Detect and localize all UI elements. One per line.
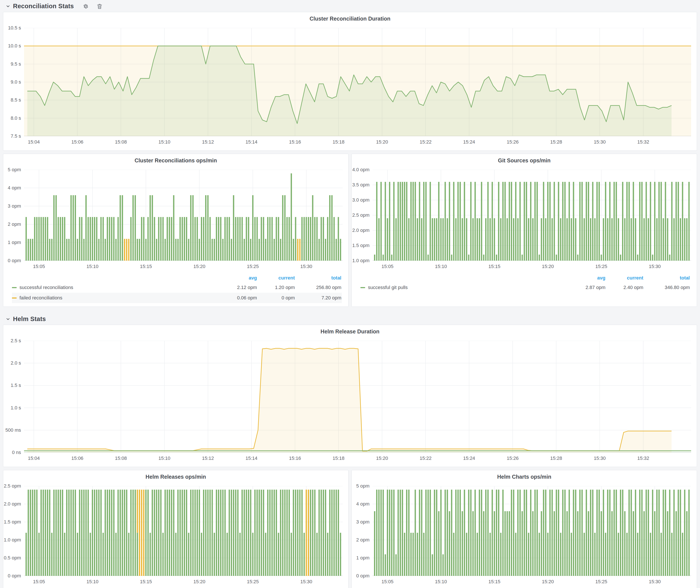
- legend-value-total: 7.20 opm: [295, 295, 342, 301]
- x-axis-label: 15:26: [501, 456, 524, 461]
- chart-canvas[interactable]: [24, 341, 691, 452]
- x-axis-label: 15:05: [376, 579, 399, 585]
- x-axis-label: 15:10: [81, 579, 104, 585]
- chart-canvas[interactable]: [24, 28, 691, 136]
- x-axis-label: 15:10: [153, 456, 176, 461]
- x-axis-label: 15:18: [327, 139, 350, 145]
- x-axis-label: 15:15: [134, 579, 158, 585]
- panel-title-cluster-reconciliation-duration[interactable]: Cluster Reconciliation Duration: [3, 12, 697, 24]
- legend-cluster-reconciliations: avgcurrenttotalsuccessful reconciliation…: [3, 272, 348, 304]
- bars-layer: [26, 490, 341, 576]
- y-axis-label: 1 opm: [3, 240, 21, 245]
- x-axis-label: 15:24: [457, 456, 481, 461]
- panel-title-helm-charts-opm[interactable]: Helm Charts ops/min: [352, 470, 697, 482]
- x-axis-label: 15:20: [370, 456, 394, 461]
- x-axis-label: 15:25: [241, 264, 265, 269]
- legend-sort-total[interactable]: total: [644, 275, 690, 281]
- legend-sort-avg[interactable]: avg: [568, 275, 606, 281]
- chart-cluster-reconciliations-opm[interactable]: 5 opm4 opm3 opm2 opm1 opm0 opm15:0515:10…: [3, 170, 343, 272]
- x-axis-label: 15:18: [327, 456, 350, 461]
- legend-value-avg: 2.87 opm: [568, 285, 606, 290]
- x-axis-label: 15:16: [283, 139, 307, 145]
- legend-series-label[interactable]: successful git pulls: [360, 285, 568, 290]
- chart-helm-release-duration[interactable]: 2.5 s2.0 s1.5 s1.0 s500 ms0 ns15:0415:06…: [3, 341, 691, 464]
- x-axis-label: 15:12: [196, 456, 220, 461]
- bars-layer: [374, 182, 690, 261]
- chart-helm-charts-opm[interactable]: 5 opm4 opm3 opm2 opm1 opm0 opm15:0515:10…: [352, 486, 691, 587]
- x-axis-label: 15:32: [631, 139, 655, 145]
- panel-title-git-sources-opm[interactable]: Git Sources ops/min: [352, 154, 697, 166]
- x-axis-label: 15:10: [81, 264, 104, 269]
- x-axis-label: 15:22: [414, 139, 437, 145]
- legend-sort-current[interactable]: current: [606, 275, 644, 281]
- y-axis-label: 2.0 s: [3, 360, 21, 366]
- legend-sort-avg[interactable]: avg: [219, 275, 257, 281]
- y-axis-label: 0 opm: [3, 258, 21, 263]
- panel-helm-release-duration: Helm Release Duration 2.5 s2.0 s1.5 s1.0…: [3, 325, 697, 467]
- x-axis-label: 15:28: [544, 456, 568, 461]
- x-axis-label: 15:20: [370, 139, 394, 145]
- trash-icon[interactable]: [96, 3, 103, 10]
- x-axis-label: 15:10: [153, 139, 176, 145]
- y-axis-label: 8.0 s: [3, 115, 21, 121]
- y-axis-label: 4.0 opm: [352, 167, 369, 173]
- gear-icon[interactable]: [82, 3, 89, 10]
- legend-value-avg: 2.12 opm: [219, 285, 257, 290]
- y-axis-label: 0 opm: [3, 573, 21, 579]
- legend-value-current: 2.40 opm: [606, 285, 644, 290]
- y-axis-label: 4 opm: [352, 501, 369, 507]
- section-header-helm-stats[interactable]: Helm Stats: [3, 313, 697, 325]
- y-axis-label: 8.5 s: [3, 97, 21, 103]
- chart-canvas[interactable]: [373, 170, 691, 261]
- x-axis-label: 15:06: [65, 456, 89, 461]
- x-axis-label: 15:04: [22, 456, 46, 461]
- panel-title-helm-release-duration[interactable]: Helm Release Duration: [3, 325, 697, 337]
- y-axis-label: 1.0 opm: [352, 258, 369, 263]
- chevron-down-icon: [6, 317, 10, 321]
- x-axis-label: 15:08: [109, 456, 133, 461]
- y-axis-label: 1.5 opm: [352, 243, 369, 248]
- y-axis-label: 4 opm: [3, 185, 21, 191]
- y-axis-label: 2 opm: [352, 537, 369, 543]
- series-fill: [27, 348, 671, 452]
- chart-canvas[interactable]: [24, 486, 343, 576]
- panel-helm-charts-opm: Helm Charts ops/min 5 opm4 opm3 opm2 opm…: [352, 470, 697, 588]
- section-header-reconciliation-stats[interactable]: Reconciliation Stats: [3, 0, 697, 12]
- x-axis-label: 15:05: [27, 264, 51, 269]
- y-axis-label: 7.5 s: [3, 133, 21, 139]
- x-axis-label: 15:25: [241, 579, 265, 585]
- panel-title-cluster-reconciliations-opm[interactable]: Cluster Reconciliations ops/min: [3, 154, 348, 166]
- x-axis-label: 15:30: [643, 579, 667, 585]
- x-axis-label: 15:10: [429, 579, 453, 585]
- series-color-dash-icon: [360, 287, 365, 288]
- legend-series-label[interactable]: failed reconciliations: [12, 295, 219, 301]
- bars-layer: [374, 490, 690, 576]
- y-axis-label: 0 ns: [3, 450, 21, 455]
- legend-sort-total[interactable]: total: [295, 275, 342, 281]
- series-color-dash-icon: [12, 297, 17, 299]
- legend-series-label[interactable]: successful reconciliations: [12, 285, 219, 290]
- legend-value-total: 346.80 opm: [644, 285, 690, 290]
- x-axis-label: 15:30: [294, 579, 318, 585]
- chart-cluster-reconciliation-duration[interactable]: 10.5 s10.0 s9.5 s9.0 s8.5 s8.0 s7.5 s15:…: [3, 28, 691, 147]
- x-axis-label: 15:30: [643, 264, 667, 269]
- grid-lines: [24, 486, 343, 576]
- chart-canvas[interactable]: [373, 486, 691, 576]
- x-axis-label: 15:05: [376, 264, 399, 269]
- panel-title-helm-releases-opm[interactable]: Helm Releases ops/min: [3, 470, 348, 482]
- chart-helm-releases-opm[interactable]: 2.5 opm2.0 opm1.5 opm1.0 opm0.5 opm0 opm…: [3, 486, 343, 587]
- section-title: Reconciliation Stats: [13, 3, 74, 10]
- chevron-down-icon: [6, 4, 10, 9]
- x-axis-label: 15:20: [536, 579, 560, 585]
- x-axis-label: 15:30: [588, 456, 612, 461]
- panel-cluster-reconciliation-duration: Cluster Reconciliation Duration 10.5 s10…: [3, 12, 697, 151]
- chart-canvas[interactable]: [24, 170, 343, 261]
- chart-git-sources-opm[interactable]: 4.0 opm3.5 opm3.0 opm2.5 opm2.0 opm1.5 o…: [352, 170, 691, 272]
- bars-layer: [26, 173, 341, 261]
- x-axis-label: 15:08: [109, 139, 133, 145]
- legend-sort-current[interactable]: current: [257, 275, 295, 281]
- legend-helm-releases: avgcurrenttotalsuccessful reconciliation…: [3, 587, 348, 588]
- series-color-dash-icon: [12, 287, 17, 288]
- x-axis-label: 15:24: [457, 139, 481, 145]
- x-axis-label: 15:05: [27, 579, 51, 585]
